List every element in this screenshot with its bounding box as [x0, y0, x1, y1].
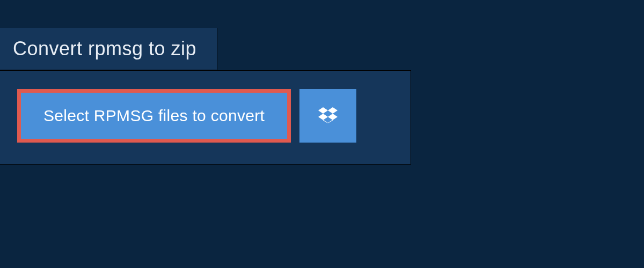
dropbox-button[interactable] — [299, 89, 356, 143]
dropbox-icon — [318, 106, 338, 126]
select-files-button[interactable]: Select RPMSG files to convert — [17, 89, 291, 143]
tab-header: Convert rpmsg to zip — [0, 28, 217, 70]
upload-panel: Select RPMSG files to convert — [0, 70, 411, 165]
page-title: Convert rpmsg to zip — [13, 38, 196, 60]
